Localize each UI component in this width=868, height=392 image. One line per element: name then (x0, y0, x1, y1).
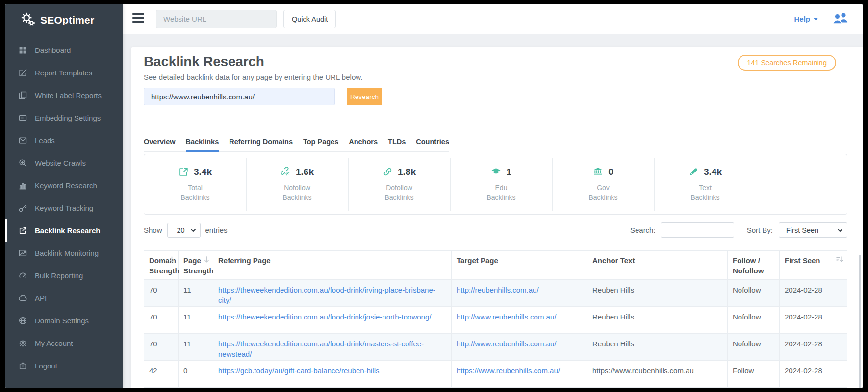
sidebar-item-label: Backlink Research (35, 226, 100, 235)
sidebar-item-label: Bulk Reporting (35, 271, 83, 280)
column-header-target-page[interactable]: Target Page (452, 251, 587, 280)
tab-anchors[interactable]: Anchors (349, 138, 378, 151)
cell-domain-strength: 70 (144, 280, 179, 307)
sidebar-item-embedding-settings[interactable]: Embedding Settings (5, 106, 123, 129)
tab-referring-domains[interactable]: Referring Domains (229, 138, 293, 151)
cell-domain-strength: 42 (144, 361, 179, 388)
referring-page-link[interactable]: https://gcb.today/au/gift-card-balance/r… (218, 367, 380, 375)
tab-countries[interactable]: Countries (416, 138, 449, 151)
table-row: 70 11 https://theweekendedition.com.au/f… (144, 307, 847, 334)
edit-icon (19, 69, 27, 77)
referring-page-link[interactable]: https://theweekendedition.com.au/food-dr… (218, 340, 424, 358)
show-label: Show (144, 226, 162, 234)
sidebar-item-white-label-reports[interactable]: White Label Reports (5, 84, 123, 106)
sidebar-item-dashboard[interactable]: Dashboard (5, 39, 123, 61)
column-header-anchor-text[interactable]: Anchor Text (587, 251, 728, 280)
sidebar-item-report-templates[interactable]: Report Templates (5, 61, 123, 84)
brand-name: SEOptimer (40, 14, 94, 26)
sidebar-item-keyword-research[interactable]: Keyword Research (5, 174, 123, 196)
target-page-link[interactable]: http://www.reubenhills.com.au/ (457, 313, 556, 321)
table-row: 42 0 https://gcb.today/au/gift-card-bala… (144, 361, 847, 388)
column-header-domain-strength[interactable]: Domain Strength (144, 251, 179, 280)
app-window: SEOptimer Dashboard Report Templates Whi… (5, 4, 863, 388)
stat-value: 0 (608, 167, 613, 177)
cell-target-page: http://www.reubenhills.com.au/ (452, 307, 587, 334)
website-url-input[interactable] (156, 10, 277, 28)
table-search-input[interactable] (661, 222, 734, 238)
help-menu[interactable]: Help (794, 15, 818, 23)
sort-by-label: Sort By: (747, 226, 773, 234)
stat-label: Backlinks (654, 193, 756, 202)
gear-icon (19, 339, 27, 347)
cell-target-page: http://reubenhills.com.au/ (452, 280, 587, 307)
cell-page-strength: 11 (179, 280, 213, 307)
copy-pages-icon (19, 91, 27, 99)
sidebar-item-logout[interactable]: Logout (5, 354, 123, 377)
quick-audit-button[interactable]: Quick Audit (283, 10, 336, 28)
sidebar-item-my-account[interactable]: My Account (5, 332, 123, 354)
cell-anchor-text: Reuben Hills (587, 334, 728, 361)
backlink-research-panel: Backlink Research 141 Searches Remaining… (131, 47, 863, 388)
column-header-referring-page[interactable]: Referring Page (213, 251, 452, 280)
sidebar-item-website-crawls[interactable]: Website Crawls (5, 151, 123, 174)
research-button[interactable]: Research (347, 88, 382, 105)
sidebar-item-backlink-monitoring[interactable]: Backlink Monitoring (5, 242, 123, 264)
stat-label: Backlinks (144, 193, 246, 202)
content-area: Backlink Research 141 Searches Remaining… (123, 35, 863, 388)
column-label: Follow / Nofollow (733, 256, 764, 275)
cell-page-strength: 0 (179, 361, 213, 388)
column-header-page-strength[interactable]: Page Strength (179, 251, 213, 280)
stat-label: Total (144, 183, 246, 193)
sidebar-item-label: Leads (35, 136, 55, 145)
referring-page-link[interactable]: https://theweekendedition.com.au/food-dr… (218, 286, 435, 304)
target-page-link[interactable]: http://www.reubenhills.com.au/ (457, 340, 556, 348)
stat-text-backlinks: 3.4k TextBacklinks (654, 167, 756, 202)
stat-gov-backlinks: 0 GovBacklinks (552, 167, 654, 202)
column-header-follow-nofollow[interactable]: Follow / Nofollow (728, 251, 780, 280)
cell-anchor-text: Reuben Hills (587, 307, 728, 334)
stat-label: Backlinks (246, 193, 348, 202)
hamburger-menu-icon[interactable] (132, 13, 144, 24)
research-url-input[interactable] (144, 88, 335, 105)
page-size-value: 20 (177, 226, 184, 234)
sort-by-select[interactable]: First Seen (779, 222, 847, 238)
dashboard-icon (19, 46, 27, 54)
column-label: First Seen (785, 256, 820, 265)
tab-backlinks[interactable]: Backlinks (186, 138, 219, 151)
sidebar-item-bulk-reporting[interactable]: Bulk Reporting (5, 264, 123, 287)
target-page-link[interactable]: https://www.reubenhills.com.au/ (457, 367, 560, 375)
stat-value: 1.8k (398, 167, 416, 177)
target-page-link[interactable]: http://reubenhills.com.au/ (457, 286, 539, 294)
column-label: Anchor Text (592, 256, 635, 265)
report-tabs: Overview Backlinks Referring Domains Top… (144, 138, 449, 152)
cell-follow: Nofollow (728, 280, 780, 307)
table-controls: Show 20 entries Search: Sort By: First S… (144, 222, 847, 238)
sidebar-item-leads[interactable]: Leads (5, 129, 123, 151)
cell-first-seen: 2024-02-28 (780, 334, 847, 361)
sidebar-item-domain-settings[interactable]: Domain Settings (5, 309, 123, 332)
referring-page-link[interactable]: https://theweekendedition.com.au/food-dr… (218, 313, 431, 321)
table-row: 70 11 https://theweekendedition.com.au/f… (144, 280, 847, 307)
column-label: Target Page (457, 256, 498, 265)
topbar-right: Help (794, 12, 863, 26)
account-users-icon[interactable] (832, 12, 848, 26)
page-subtitle: See detailed backlink data for any page … (144, 73, 847, 81)
stat-label: Backlinks (450, 193, 552, 202)
sidebar-item-keyword-tracking[interactable]: Keyword Tracking (5, 196, 123, 219)
stat-value: 1.6k (296, 167, 314, 177)
sidebar-item-label: Domain Settings (35, 317, 89, 325)
stat-label: Backlinks (552, 193, 654, 202)
tab-top-pages[interactable]: Top Pages (303, 138, 338, 151)
vertical-scrollbar[interactable] (859, 255, 861, 388)
sidebar-item-api[interactable]: API (5, 287, 123, 309)
sidebar-item-backlink-research[interactable]: Backlink Research (5, 219, 123, 242)
cell-first-seen: 2024-02-28 (780, 307, 847, 334)
tab-overview[interactable]: Overview (144, 138, 176, 151)
tab-tlds[interactable]: TLDs (388, 138, 406, 151)
page-size-control: Show 20 entries (144, 223, 228, 238)
column-header-first-seen[interactable]: First Seen (780, 251, 847, 280)
column-label: Domain Strength (149, 256, 179, 275)
cell-follow: Nofollow (728, 334, 780, 361)
page-size-select[interactable]: 20 (167, 223, 201, 238)
brand-logo[interactable]: SEOptimer (5, 4, 123, 28)
